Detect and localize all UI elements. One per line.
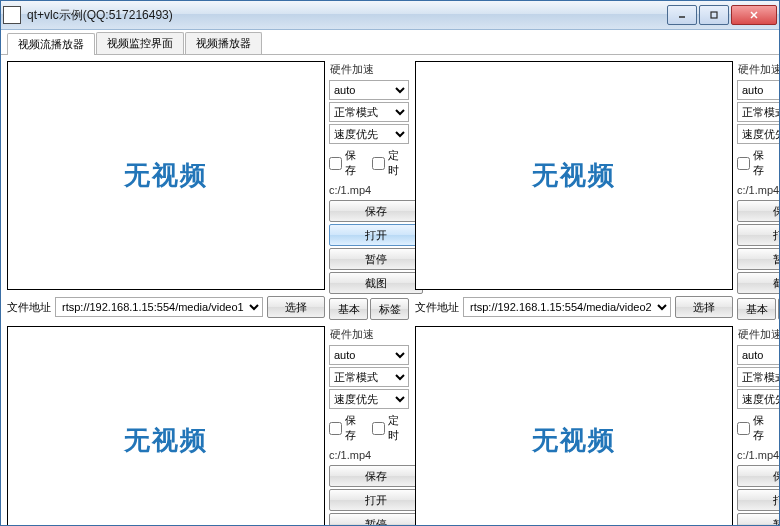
video-area: 无视频 xyxy=(415,326,733,525)
hw-accel-select[interactable]: auto xyxy=(329,345,409,365)
capture-button[interactable]: 截图 xyxy=(329,272,423,294)
select-button[interactable]: 选择 xyxy=(675,296,733,318)
save-button[interactable]: 保存 xyxy=(329,200,423,222)
player-panel: 无视频 硬件加速 auto 正常模式 速度优先 保存 定时 c:/1.mp4 保… xyxy=(415,61,779,320)
priority-select[interactable]: 速度优先 xyxy=(737,389,779,409)
save-button[interactable]: 保存 xyxy=(737,465,779,487)
player-panel: 无视频 硬件加速 auto 正常模式 速度优先 保存 定时 c:/1.mp4 保… xyxy=(7,326,409,525)
hw-accel-label: 硬件加速 xyxy=(329,61,409,78)
tag-button[interactable]: 标签 xyxy=(370,298,409,320)
file-path: c:/1.mp4 xyxy=(737,182,779,198)
file-path: c:/1.mp4 xyxy=(329,182,409,198)
player-panel: 无视频 硬件加速 auto 正常模式 速度优先 保存 定时 c:/1.mp4 保… xyxy=(415,326,779,525)
timer-checkbox[interactable]: 定时 xyxy=(372,413,409,443)
priority-select[interactable]: 速度优先 xyxy=(737,124,779,144)
hw-accel-label: 硬件加速 xyxy=(737,61,779,78)
pause-button[interactable]: 暂停 xyxy=(737,248,779,270)
save-button[interactable]: 保存 xyxy=(737,200,779,222)
player-panel: 无视频 硬件加速 auto 正常模式 速度优先 保存 定时 c:/1.mp4 保… xyxy=(7,61,409,320)
save-checkbox[interactable]: 保存 xyxy=(329,148,366,178)
mode-select[interactable]: 正常模式 xyxy=(329,367,409,387)
video-area: 无视频 xyxy=(7,61,325,290)
save-checkbox[interactable]: 保存 xyxy=(737,413,774,443)
mode-select[interactable]: 正常模式 xyxy=(737,367,779,387)
timer-checkbox[interactable]: 定时 xyxy=(372,148,409,178)
pause-button[interactable]: 暂停 xyxy=(329,248,423,270)
basic-button[interactable]: 基本 xyxy=(329,298,368,320)
url-label: 文件地址 xyxy=(415,300,459,315)
open-button[interactable]: 打开 xyxy=(737,224,779,246)
url-input[interactable]: rtsp://192.168.1.15:554/media/video1 xyxy=(55,297,263,317)
no-video-label: 无视频 xyxy=(532,158,616,193)
file-path: c:/1.mp4 xyxy=(329,447,409,463)
close-button[interactable] xyxy=(731,5,777,25)
capture-button[interactable]: 截图 xyxy=(737,272,779,294)
hw-accel-label: 硬件加速 xyxy=(329,326,409,343)
save-checkbox[interactable]: 保存 xyxy=(737,148,774,178)
mode-select[interactable]: 正常模式 xyxy=(737,102,779,122)
select-button[interactable]: 选择 xyxy=(267,296,325,318)
no-video-label: 无视频 xyxy=(124,423,208,458)
url-input[interactable]: rtsp://192.168.1.15:554/media/video2 xyxy=(463,297,671,317)
url-label: 文件地址 xyxy=(7,300,51,315)
file-path: c:/1.mp4 xyxy=(737,447,779,463)
hw-accel-label: 硬件加速 xyxy=(737,326,779,343)
no-video-label: 无视频 xyxy=(124,158,208,193)
priority-select[interactable]: 速度优先 xyxy=(329,124,409,144)
minimize-button[interactable] xyxy=(667,5,697,25)
save-checkbox[interactable]: 保存 xyxy=(329,413,366,443)
hw-accel-select[interactable]: auto xyxy=(737,80,779,100)
svg-rect-1 xyxy=(711,12,717,18)
save-button[interactable]: 保存 xyxy=(329,465,423,487)
mode-select[interactable]: 正常模式 xyxy=(329,102,409,122)
tab-monitor[interactable]: 视频监控界面 xyxy=(96,32,184,54)
tab-video-player[interactable]: 视频播放器 xyxy=(185,32,262,54)
hw-accel-select[interactable]: auto xyxy=(329,80,409,100)
priority-select[interactable]: 速度优先 xyxy=(329,389,409,409)
open-button[interactable]: 打开 xyxy=(329,489,423,511)
maximize-button[interactable] xyxy=(699,5,729,25)
video-area: 无视频 xyxy=(7,326,325,525)
no-video-label: 无视频 xyxy=(532,423,616,458)
pause-button[interactable]: 暂停 xyxy=(329,513,423,525)
tab-stream-player[interactable]: 视频流播放器 xyxy=(7,33,95,55)
player-grid: 无视频 硬件加速 auto 正常模式 速度优先 保存 定时 c:/1.mp4 保… xyxy=(1,55,779,525)
open-button[interactable]: 打开 xyxy=(329,224,423,246)
tab-bar: 视频流播放器 视频监控界面 视频播放器 xyxy=(1,30,779,55)
pause-button[interactable]: 暂停 xyxy=(737,513,779,525)
open-button[interactable]: 打开 xyxy=(737,489,779,511)
hw-accel-select[interactable]: auto xyxy=(737,345,779,365)
tag-button[interactable]: 标签 xyxy=(778,298,779,320)
basic-button[interactable]: 基本 xyxy=(737,298,776,320)
app-icon xyxy=(3,6,21,24)
video-area: 无视频 xyxy=(415,61,733,290)
window-title: qt+vlc示例(QQ:517216493) xyxy=(27,7,667,24)
titlebar: qt+vlc示例(QQ:517216493) xyxy=(1,1,779,30)
